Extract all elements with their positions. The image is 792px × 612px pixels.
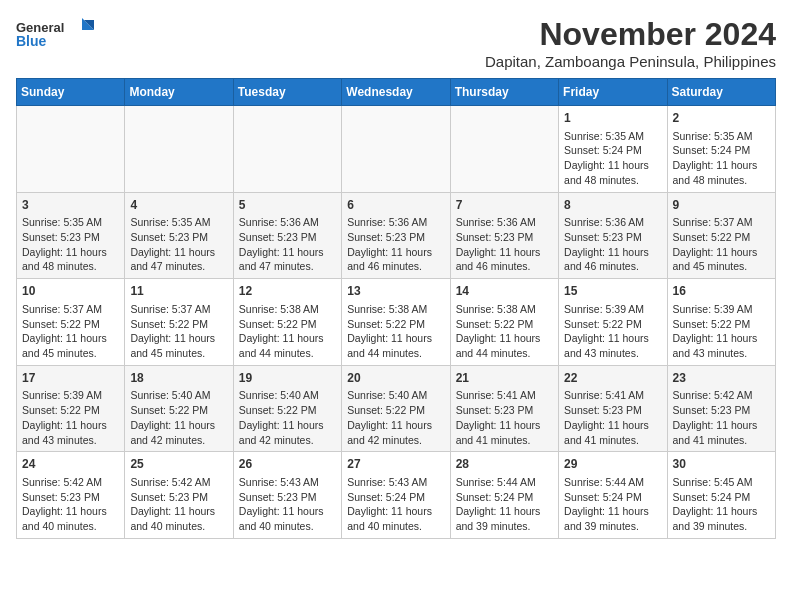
calendar-cell: 26Sunrise: 5:43 AMSunset: 5:23 PMDayligh… [233, 452, 341, 539]
day-info-line: Sunrise: 5:35 AM [673, 129, 770, 144]
day-info-line: Daylight: 11 hours [564, 418, 661, 433]
day-number: 22 [564, 370, 661, 387]
day-info-line: Sunrise: 5:43 AM [347, 475, 444, 490]
day-info-line: Daylight: 11 hours [347, 504, 444, 519]
calendar-cell [233, 106, 341, 193]
day-number: 19 [239, 370, 336, 387]
day-info-line: and 39 minutes. [456, 519, 553, 534]
calendar-cell: 6Sunrise: 5:36 AMSunset: 5:23 PMDaylight… [342, 192, 450, 279]
day-number: 5 [239, 197, 336, 214]
calendar-cell: 29Sunrise: 5:44 AMSunset: 5:24 PMDayligh… [559, 452, 667, 539]
day-info-line: Daylight: 11 hours [456, 418, 553, 433]
calendar-week-row: 24Sunrise: 5:42 AMSunset: 5:23 PMDayligh… [17, 452, 776, 539]
day-info-line: Sunrise: 5:42 AM [673, 388, 770, 403]
day-info-line: and 45 minutes. [22, 346, 119, 361]
day-info-line: and 43 minutes. [673, 346, 770, 361]
month-title: November 2024 [485, 16, 776, 53]
weekday-header-row: SundayMondayTuesdayWednesdayThursdayFrid… [17, 79, 776, 106]
day-info-line: and 44 minutes. [347, 346, 444, 361]
day-number: 21 [456, 370, 553, 387]
calendar-header: SundayMondayTuesdayWednesdayThursdayFrid… [17, 79, 776, 106]
day-info-line: and 45 minutes. [130, 346, 227, 361]
day-info-line: and 46 minutes. [564, 259, 661, 274]
svg-text:Blue: Blue [16, 33, 47, 49]
day-number: 12 [239, 283, 336, 300]
day-number: 27 [347, 456, 444, 473]
weekday-header-tuesday: Tuesday [233, 79, 341, 106]
day-number: 24 [22, 456, 119, 473]
day-info-line: and 47 minutes. [130, 259, 227, 274]
day-info-line: Sunrise: 5:38 AM [456, 302, 553, 317]
day-info-line: Sunset: 5:24 PM [673, 143, 770, 158]
day-info-line: Daylight: 11 hours [22, 245, 119, 260]
day-info-line: Sunset: 5:23 PM [130, 490, 227, 505]
day-number: 2 [673, 110, 770, 127]
day-number: 25 [130, 456, 227, 473]
day-info-line: Sunset: 5:24 PM [347, 490, 444, 505]
day-info-line: Sunset: 5:23 PM [239, 490, 336, 505]
day-info-line: Sunrise: 5:44 AM [564, 475, 661, 490]
day-info-line: Sunrise: 5:45 AM [673, 475, 770, 490]
calendar-cell: 30Sunrise: 5:45 AMSunset: 5:24 PMDayligh… [667, 452, 775, 539]
day-number: 1 [564, 110, 661, 127]
calendar-cell: 9Sunrise: 5:37 AMSunset: 5:22 PMDaylight… [667, 192, 775, 279]
calendar-cell: 13Sunrise: 5:38 AMSunset: 5:22 PMDayligh… [342, 279, 450, 366]
day-number: 16 [673, 283, 770, 300]
weekday-header-monday: Monday [125, 79, 233, 106]
day-info-line: Sunset: 5:23 PM [130, 230, 227, 245]
calendar-cell: 4Sunrise: 5:35 AMSunset: 5:23 PMDaylight… [125, 192, 233, 279]
day-info-line: Daylight: 11 hours [564, 331, 661, 346]
day-number: 23 [673, 370, 770, 387]
day-info-line: Daylight: 11 hours [130, 418, 227, 433]
day-info-line: Sunrise: 5:41 AM [564, 388, 661, 403]
weekday-header-friday: Friday [559, 79, 667, 106]
day-info-line: and 42 minutes. [347, 433, 444, 448]
day-info-line: Sunset: 5:22 PM [22, 317, 119, 332]
day-info-line: Daylight: 11 hours [564, 245, 661, 260]
calendar-cell: 27Sunrise: 5:43 AMSunset: 5:24 PMDayligh… [342, 452, 450, 539]
calendar-cell: 10Sunrise: 5:37 AMSunset: 5:22 PMDayligh… [17, 279, 125, 366]
day-info-line: Sunrise: 5:40 AM [347, 388, 444, 403]
day-info-line: Sunrise: 5:37 AM [673, 215, 770, 230]
weekday-header-wednesday: Wednesday [342, 79, 450, 106]
day-info-line: Sunrise: 5:37 AM [22, 302, 119, 317]
calendar-body: 1Sunrise: 5:35 AMSunset: 5:24 PMDaylight… [17, 106, 776, 539]
day-info-line: Sunset: 5:24 PM [673, 490, 770, 505]
day-info-line: and 44 minutes. [239, 346, 336, 361]
calendar-cell: 12Sunrise: 5:38 AMSunset: 5:22 PMDayligh… [233, 279, 341, 366]
calendar-cell: 22Sunrise: 5:41 AMSunset: 5:23 PMDayligh… [559, 365, 667, 452]
logo-svg: General Blue [16, 16, 96, 56]
calendar-cell [450, 106, 558, 193]
day-number: 10 [22, 283, 119, 300]
calendar-cell: 5Sunrise: 5:36 AMSunset: 5:23 PMDaylight… [233, 192, 341, 279]
day-info-line: and 42 minutes. [239, 433, 336, 448]
day-info-line: Sunrise: 5:35 AM [130, 215, 227, 230]
day-info-line: Daylight: 11 hours [22, 331, 119, 346]
day-info-line: Sunset: 5:24 PM [564, 490, 661, 505]
day-info-line: Sunset: 5:22 PM [239, 403, 336, 418]
day-info-line: Sunrise: 5:35 AM [564, 129, 661, 144]
day-info-line: and 40 minutes. [239, 519, 336, 534]
day-info-line: Sunrise: 5:41 AM [456, 388, 553, 403]
day-info-line: Sunrise: 5:39 AM [673, 302, 770, 317]
calendar-cell: 2Sunrise: 5:35 AMSunset: 5:24 PMDaylight… [667, 106, 775, 193]
day-number: 26 [239, 456, 336, 473]
calendar-cell [17, 106, 125, 193]
calendar-cell: 17Sunrise: 5:39 AMSunset: 5:22 PMDayligh… [17, 365, 125, 452]
day-number: 3 [22, 197, 119, 214]
day-info-line: Sunset: 5:22 PM [673, 317, 770, 332]
day-number: 17 [22, 370, 119, 387]
day-info-line: Daylight: 11 hours [130, 245, 227, 260]
day-number: 18 [130, 370, 227, 387]
day-number: 14 [456, 283, 553, 300]
day-info-line: and 48 minutes. [673, 173, 770, 188]
calendar-week-row: 10Sunrise: 5:37 AMSunset: 5:22 PMDayligh… [17, 279, 776, 366]
day-info-line: Sunrise: 5:36 AM [239, 215, 336, 230]
day-info-line: and 42 minutes. [130, 433, 227, 448]
day-info-line: Sunrise: 5:42 AM [22, 475, 119, 490]
day-info-line: Sunset: 5:22 PM [673, 230, 770, 245]
day-info-line: Sunset: 5:23 PM [673, 403, 770, 418]
calendar-cell: 16Sunrise: 5:39 AMSunset: 5:22 PMDayligh… [667, 279, 775, 366]
day-info-line: Sunrise: 5:42 AM [130, 475, 227, 490]
day-info-line: Daylight: 11 hours [673, 331, 770, 346]
